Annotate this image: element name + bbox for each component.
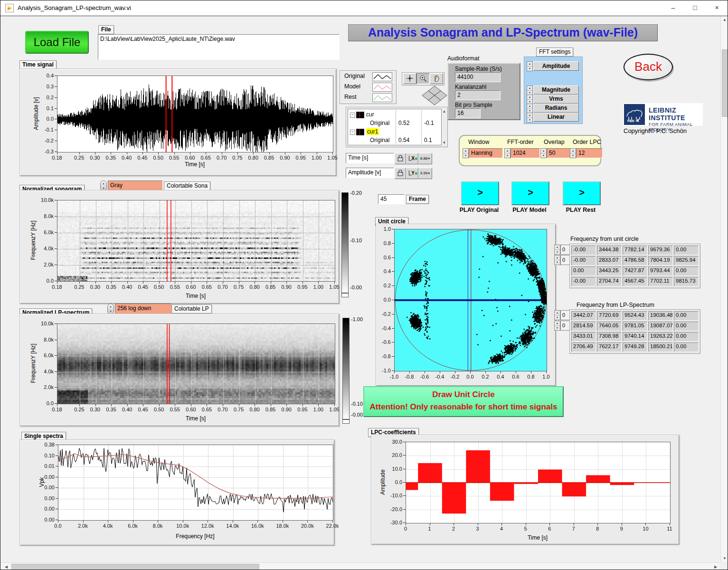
scroll-up-icon[interactable]: ▲: [442, 109, 446, 114]
tick-label: -1.0: [382, 368, 391, 373]
sonagram-color-scale[interactable]: [341, 192, 349, 293]
close-button[interactable]: ×: [706, 0, 728, 15]
overlap-spinner[interactable]: ▲▼: [540, 148, 547, 158]
window-param-field[interactable]: Hanning: [469, 148, 503, 158]
horizontal-scrollbar[interactable]: ◀ ▶: [1, 562, 720, 570]
sonagram-canvas[interactable]: [57, 200, 335, 281]
tick-mark: [239, 282, 239, 284]
graph-mover-diamond[interactable]: [421, 85, 448, 106]
legend-item-original[interactable]: Original: [344, 73, 365, 79]
tick-mark: [55, 97, 57, 98]
y-scale-name-box[interactable]: Amplitude [v]: [346, 168, 394, 178]
tick-label: 1.05: [325, 407, 344, 412]
index-spinner[interactable]: ▲▼: [554, 245, 560, 255]
tree-expand-icon[interactable]: −: [350, 130, 355, 135]
window-spinner[interactable]: ▲▼: [463, 148, 469, 158]
draw-unit-circle-button[interactable]: Draw Unit Circle Attention! Only reasona…: [363, 386, 564, 417]
play-model-button[interactable]: >: [511, 181, 549, 205]
scroll-down-icon[interactable]: ▼: [442, 141, 446, 145]
legend-line-model[interactable]: [372, 83, 392, 92]
unit-circle-plot-area[interactable]: [394, 229, 547, 371]
fft-linear-button[interactable]: Linear: [533, 113, 579, 122]
fft-order-spinner[interactable]: ▲▼: [504, 148, 511, 158]
fft-order-field[interactable]: 1024: [511, 148, 540, 158]
cursor-swatch[interactable]: [356, 112, 364, 118]
file-path-box[interactable]: D:\LabView\LabView2025_Aplic\Laute_NT\Zi…: [98, 34, 340, 60]
scroll-right-icon[interactable]: ▶: [713, 565, 718, 569]
lp-color-scale[interactable]: [342, 318, 350, 419]
cursor-swatch[interactable]: [356, 129, 364, 135]
tick-mark: [57, 282, 57, 284]
fft-radians-button[interactable]: Radians: [533, 104, 579, 113]
tick-mark: [255, 282, 255, 284]
cursor-series[interactable]: Original: [370, 120, 389, 126]
sample-rate-value: 44100: [455, 72, 501, 82]
index-spinner[interactable]: ▲▼: [554, 255, 560, 265]
fft-radians-spinner[interactable]: ▲▼: [527, 104, 533, 114]
sonagram-plot-area[interactable]: [57, 200, 335, 282]
fft-magnitude-button[interactable]: Magnitude: [533, 86, 579, 95]
table-cell: 9679.36: [648, 246, 673, 255]
y-format-button[interactable]: 9.99▼: [418, 168, 432, 179]
colortable-lp-field[interactable]: 256 log down: [115, 304, 172, 314]
lpc-plot-area[interactable]: [406, 442, 671, 523]
overlap-field[interactable]: 50: [547, 148, 572, 158]
single-spectra-plot-area[interactable]: [58, 445, 333, 521]
horizontal-scroll-thumb[interactable]: [11, 564, 259, 570]
legend-item-rest[interactable]: Rest: [344, 94, 357, 100]
x-format-button[interactable]: 8.88▼: [418, 153, 432, 164]
tick-mark: [470, 371, 471, 373]
channels-value: 2: [455, 90, 501, 100]
tick-mark: [159, 404, 160, 406]
time-signal-canvas[interactable]: [57, 76, 333, 152]
fft-mode-button[interactable]: Amplitude: [533, 61, 579, 71]
tick-mark: [56, 509, 58, 509]
cursor-name[interactable]: cur: [366, 111, 374, 118]
index-spinner[interactable]: ▲▼: [554, 321, 560, 331]
x-scale-lock-button[interactable]: [395, 153, 406, 164]
tree-expand-icon[interactable]: −: [350, 113, 355, 118]
index-spinner[interactable]: ▲▼: [554, 310, 560, 320]
tick-mark: [597, 523, 598, 525]
colortable-lp-knob[interactable]: ▲▼: [107, 304, 114, 314]
order-lpc-field[interactable]: 12: [576, 148, 603, 158]
legend-line-rest[interactable]: [372, 93, 392, 102]
back-button[interactable]: Back: [624, 54, 673, 80]
x-autoscale-button[interactable]: ⎿X✳: [406, 153, 418, 164]
legend-item-model[interactable]: Model: [344, 83, 360, 90]
vertical-scrollbar[interactable]: ▲ ▼: [720, 16, 728, 562]
pan-tool-button[interactable]: [430, 73, 443, 84]
cursor-name[interactable]: cur1: [366, 128, 379, 135]
load-file-button[interactable]: Load File: [25, 31, 89, 54]
legend-line-original[interactable]: [372, 72, 392, 81]
play-original-button[interactable]: >: [461, 181, 499, 205]
y-autoscale-button[interactable]: ⎿Y✳: [406, 168, 418, 179]
fft-amplitude-spinner[interactable]: ▲▼: [527, 61, 533, 71]
order-lpc-spinner[interactable]: ▲▼: [570, 148, 576, 158]
maximize-button[interactable]: □: [684, 0, 706, 15]
vertical-scroll-thumb[interactable]: [722, 49, 728, 117]
scroll-left-icon[interactable]: ◀: [4, 565, 9, 569]
cursor-tool-button[interactable]: [403, 73, 416, 84]
unit-circle-canvas[interactable]: [395, 229, 547, 371]
scroll-up-icon[interactable]: ▲: [721, 18, 728, 22]
minimize-button[interactable]: –: [662, 0, 684, 15]
play-rest-button[interactable]: >: [563, 181, 601, 205]
y-scale-lock-button[interactable]: [395, 168, 406, 179]
lp-spectrum-canvas[interactable]: [57, 324, 335, 404]
frame-field[interactable]: 45: [378, 194, 405, 204]
lpc-canvas[interactable]: [406, 442, 670, 523]
fft-vrms-spinner[interactable]: ▲▼: [527, 95, 533, 104]
time-signal-plot-area[interactable]: [57, 76, 333, 152]
single-spectra-canvas[interactable]: [58, 445, 333, 520]
lp-spectrum-plot-area[interactable]: [57, 323, 335, 404]
colortable-sona-field[interactable]: Gray: [108, 180, 163, 191]
fft-magnitude-spinner[interactable]: ▲▼: [527, 86, 533, 95]
fft-linear-spinner[interactable]: ▲▼: [527, 113, 533, 123]
zoom-tool-button[interactable]: [416, 73, 430, 84]
cursor-series[interactable]: Original: [370, 137, 389, 143]
scroll-down-icon[interactable]: ▼: [721, 556, 728, 560]
fft-vrms-button[interactable]: Vrms: [533, 95, 579, 104]
x-scale-name-box[interactable]: Time [s]: [346, 153, 394, 163]
table-cell: -0.00: [571, 277, 596, 286]
